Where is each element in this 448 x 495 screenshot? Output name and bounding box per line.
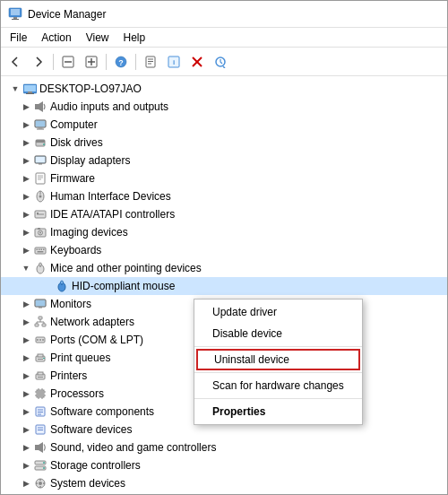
tree-item-mice[interactable]: ▼ Mice and other pointing devices bbox=[1, 259, 447, 277]
audio-expand[interactable]: ▶ bbox=[19, 100, 33, 114]
ide-expand[interactable]: ▶ bbox=[19, 207, 33, 221]
keyboard-icon bbox=[33, 243, 47, 257]
disk-expand[interactable]: ▶ bbox=[19, 135, 33, 150]
processors-expand[interactable]: ▶ bbox=[19, 386, 33, 401]
storage-label: Storage controllers bbox=[50, 459, 141, 472]
ide-icon bbox=[33, 207, 47, 221]
display-expand[interactable]: ▶ bbox=[19, 153, 33, 168]
help-button[interactable]: ? bbox=[110, 51, 132, 73]
root-expand-btn[interactable]: ▼ bbox=[8, 82, 22, 96]
printq-expand[interactable]: ▶ bbox=[19, 351, 33, 365]
svg-rect-99 bbox=[35, 445, 39, 450]
sound-expand[interactable]: ▶ bbox=[19, 440, 33, 455]
audio-icon bbox=[33, 100, 47, 114]
context-disable-device[interactable]: Disable device bbox=[194, 323, 362, 344]
svg-point-57 bbox=[39, 263, 42, 266]
uninstall-button[interactable] bbox=[186, 51, 208, 73]
svg-rect-54 bbox=[38, 251, 44, 253]
disk-label: Disk drives bbox=[50, 136, 103, 149]
resources-button[interactable]: i bbox=[163, 51, 185, 73]
app-icon bbox=[8, 7, 22, 22]
imaging-label: Imaging devices bbox=[50, 226, 128, 239]
menu-view[interactable]: View bbox=[81, 30, 115, 46]
softcomp-expand[interactable]: ▶ bbox=[19, 404, 33, 419]
firmware-icon bbox=[33, 171, 47, 186]
svg-rect-51 bbox=[39, 249, 40, 251]
tree-item-system[interactable]: ▶ System devices bbox=[1, 474, 447, 492]
system-expand[interactable]: ▶ bbox=[19, 476, 33, 491]
network-label: Network adapters bbox=[50, 316, 134, 328]
hid-mouse-icon bbox=[55, 279, 69, 293]
tree-item-imaging[interactable]: ▶ Imaging devices bbox=[1, 223, 447, 241]
ports-label: Ports (COM & LPT) bbox=[50, 334, 143, 346]
context-uninstall-device[interactable]: Uninstall device bbox=[196, 349, 360, 370]
tree-item-disk[interactable]: ▶ Disk drives bbox=[1, 134, 447, 152]
collapse-all-button[interactable] bbox=[57, 51, 79, 73]
keyboard-expand[interactable]: ▶ bbox=[19, 243, 33, 257]
svg-text:i: i bbox=[173, 58, 175, 66]
context-sep-1 bbox=[194, 346, 362, 347]
tree-item-keyboard[interactable]: ▶ Keyboards bbox=[1, 241, 447, 259]
forward-button[interactable] bbox=[28, 51, 49, 73]
storage-expand[interactable]: ▶ bbox=[19, 458, 33, 473]
svg-rect-27 bbox=[39, 127, 43, 129]
svg-rect-65 bbox=[35, 324, 39, 326]
tree-item-usb[interactable]: ▶ Universal Serial Bus controllers bbox=[1, 492, 447, 494]
tree-item-hid[interactable]: ▶ Human Interface Devices bbox=[1, 187, 447, 205]
context-scan-hardware[interactable]: Scan for hardware changes bbox=[194, 375, 362, 396]
hid-label: Human Interface Devices bbox=[50, 190, 171, 203]
mice-icon bbox=[33, 261, 47, 275]
context-menu: Update driver Disable device Uninstall d… bbox=[194, 299, 363, 425]
svg-point-31 bbox=[43, 143, 45, 145]
toolbar-sep-2 bbox=[106, 54, 107, 70]
tree-item-firmware[interactable]: ▶ Firmware bbox=[1, 169, 447, 187]
svg-rect-49 bbox=[35, 248, 46, 254]
monitors-label: Monitors bbox=[50, 298, 91, 310]
printers-expand[interactable]: ▶ bbox=[19, 369, 33, 383]
monitors-icon bbox=[33, 297, 47, 311]
ports-icon bbox=[33, 333, 47, 347]
tree-item-hid-mouse[interactable]: ▶ HID-compliant mouse bbox=[1, 277, 447, 295]
menu-help[interactable]: Help bbox=[118, 30, 151, 46]
computer-expand[interactable]: ▶ bbox=[19, 117, 33, 132]
tree-item-computer[interactable]: ▶ Computer bbox=[1, 116, 447, 134]
menu-action[interactable]: Action bbox=[36, 30, 76, 46]
printers-icon bbox=[33, 369, 47, 383]
computer-label: Computer bbox=[50, 118, 98, 131]
back-button[interactable] bbox=[4, 51, 26, 73]
scan-button[interactable] bbox=[210, 51, 231, 73]
root-icon bbox=[22, 82, 37, 96]
monitors-expand[interactable]: ▶ bbox=[19, 297, 33, 311]
tree-item-audio[interactable]: ▶ Audio inputs and outputs bbox=[1, 98, 447, 116]
mice-expand[interactable]: ▼ bbox=[19, 261, 33, 275]
context-sep-2 bbox=[194, 372, 362, 373]
tree-item-display[interactable]: ▶ Display adapters bbox=[1, 152, 447, 169]
firmware-expand[interactable]: ▶ bbox=[19, 171, 33, 186]
tree-item-sound[interactable]: ▶ Sound, video and game controllers bbox=[1, 439, 447, 456]
ports-expand[interactable]: ▶ bbox=[19, 333, 33, 347]
hid-icon bbox=[33, 189, 47, 204]
context-update-driver[interactable]: Update driver bbox=[194, 301, 362, 323]
svg-rect-2 bbox=[13, 17, 17, 19]
svg-rect-23 bbox=[26, 93, 34, 94]
tree-item-ide[interactable]: ▶ IDE ATA/ATAPI controllers bbox=[1, 205, 447, 223]
svg-rect-44 bbox=[37, 213, 39, 214]
softcomp-label: Software components bbox=[50, 405, 154, 418]
menu-file[interactable]: File bbox=[4, 30, 32, 46]
storage-icon bbox=[33, 458, 47, 473]
properties-button[interactable] bbox=[140, 51, 161, 73]
svg-rect-21 bbox=[24, 85, 36, 91]
tree-root[interactable]: ▼ DESKTOP-LO97JAO bbox=[1, 80, 447, 98]
tree-item-storage[interactable]: ▶ Storage controllers bbox=[1, 456, 447, 474]
context-properties[interactable]: Properties bbox=[194, 401, 362, 422]
processors-icon bbox=[33, 386, 47, 401]
network-expand[interactable]: ▶ bbox=[19, 315, 33, 329]
imaging-expand[interactable]: ▶ bbox=[19, 225, 33, 239]
printq-label: Print queues bbox=[50, 352, 110, 364]
hid-expand[interactable]: ▶ bbox=[19, 189, 33, 204]
system-icon bbox=[33, 476, 47, 491]
svg-rect-81 bbox=[38, 377, 43, 378]
softdev-expand[interactable]: ▶ bbox=[19, 422, 33, 437]
svg-point-74 bbox=[42, 339, 44, 341]
expand-all-button[interactable] bbox=[81, 51, 102, 73]
